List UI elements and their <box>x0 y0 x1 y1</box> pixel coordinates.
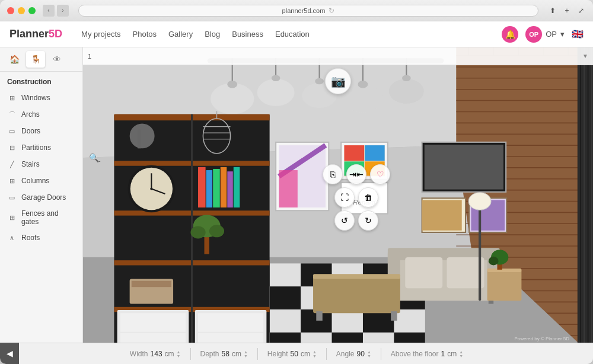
reset-button[interactable]: ↺ <box>334 210 355 231</box>
svg-rect-153 <box>578 47 593 343</box>
svg-rect-123 <box>365 145 385 161</box>
width-spinners[interactable]: ▲ ▼ <box>177 350 181 358</box>
sidebar-tab-furniture[interactable]: 🪑 <box>26 51 45 68</box>
height-spinners[interactable]: ▲ ▼ <box>313 350 317 358</box>
nav-business[interactable]: Business <box>232 30 263 39</box>
width-value: 143 <box>151 350 162 358</box>
svg-rect-143 <box>313 274 400 279</box>
rp-zoom-out-icon[interactable]: 🔍- <box>85 149 103 166</box>
nav-education[interactable]: Education <box>275 30 310 39</box>
divider-2 <box>257 348 258 360</box>
sidebar-label-columns: Columns <box>21 177 49 185</box>
svg-rect-122 <box>344 145 364 161</box>
nav-photos[interactable]: Photos <box>133 30 157 39</box>
svg-point-92 <box>130 123 155 148</box>
archs-icon: ⌒ <box>7 110 17 119</box>
depth-spinners[interactable]: ▲ ▼ <box>244 350 248 358</box>
filter-icon[interactable]: ▼ <box>582 53 588 59</box>
close-button[interactable] <box>7 7 14 14</box>
svg-rect-103 <box>227 171 232 207</box>
scene-container: Renard <box>83 47 593 343</box>
nav-gallery[interactable]: Gallery <box>168 30 193 39</box>
flip-button[interactable]: ⇥⇤ <box>346 164 366 184</box>
svg-point-113 <box>209 225 224 237</box>
height-up-icon[interactable]: ▲ <box>313 350 317 354</box>
angle-value: 90 <box>357 350 365 358</box>
svg-point-112 <box>190 226 205 238</box>
bookmark-icon[interactable]: + <box>562 6 572 15</box>
svg-rect-99 <box>198 167 206 207</box>
svg-rect-110 <box>205 235 209 254</box>
depth-up-icon[interactable]: ▲ <box>244 350 248 354</box>
svg-rect-129 <box>425 145 503 190</box>
sidebar-label-stairs: Stairs <box>21 160 40 168</box>
width-up-icon[interactable]: ▲ <box>177 350 181 354</box>
sidebar-item-garage-doors[interactable]: ▭ Garage Doors <box>0 189 82 206</box>
sidebar-tab-home[interactable]: 🏠 <box>5 51 24 68</box>
forward-button[interactable]: › <box>57 5 69 17</box>
svg-rect-88 <box>120 333 186 343</box>
user-chevron-icon: ▾ <box>560 30 565 39</box>
delete-button[interactable]: 🗑 <box>358 187 378 207</box>
refresh-icon[interactable]: ↻ <box>329 7 334 15</box>
garage-doors-icon: ▭ <box>7 193 17 202</box>
copy-button[interactable]: ⎘ <box>323 164 343 184</box>
divider-4 <box>381 348 381 360</box>
back-button[interactable]: ‹ <box>43 5 55 17</box>
sidebar-label-partitions: Partitions <box>21 143 51 152</box>
svg-point-149 <box>468 193 491 210</box>
sidebar-item-partitions[interactable]: ⊟ Partitions <box>0 139 82 156</box>
layer-number: 1 <box>88 53 91 60</box>
windows-icon: ⊞ <box>7 93 17 103</box>
main-content: 🏠 🪑 👁 Construction ⊞ Windows ⌒ Archs ▭ D… <box>0 47 593 343</box>
width-down-icon[interactable]: ▼ <box>177 354 181 358</box>
height-down-icon[interactable]: ▼ <box>313 354 317 358</box>
favorite-button[interactable]: ♡ <box>370 164 390 184</box>
svg-rect-142 <box>313 276 400 313</box>
maximize-button[interactable] <box>28 7 36 14</box>
sidebar-item-fences[interactable]: ⊞ Fences and gates <box>0 206 82 229</box>
minimize-button[interactable] <box>18 7 25 14</box>
above-floor-down-icon[interactable]: ▼ <box>459 354 463 358</box>
rotate-button[interactable]: ↻ <box>358 210 378 231</box>
app-navbar: Planner 5D My projects Photos Gallery Bl… <box>0 21 593 47</box>
svg-rect-147 <box>487 269 522 272</box>
sidebar-item-stairs[interactable]: ╱ Stairs <box>0 156 82 173</box>
move-button[interactable]: ⛶ <box>334 187 355 207</box>
svg-rect-59 <box>270 333 301 343</box>
statusbar: Width 143 cm ▲ ▼ Depth 58 cm ▲ ▼ H <box>0 343 593 364</box>
nav-links: My projects Photos Gallery Blog Business… <box>81 30 502 39</box>
sidebar-item-doors[interactable]: ▭ Doors <box>0 123 82 139</box>
share-icon[interactable]: ⬆ <box>548 6 557 15</box>
angle-spinners[interactable]: ▲ ▼ <box>367 350 371 358</box>
notification-icon[interactable]: 🔔 <box>502 26 518 43</box>
sidebar-item-columns[interactable]: ⊞ Columns <box>0 173 82 189</box>
depth-down-icon[interactable]: ▼ <box>244 354 248 358</box>
left-arrow-button[interactable]: ◀ <box>0 343 19 364</box>
extend-icon[interactable]: ⤢ <box>576 6 586 15</box>
address-bar[interactable]: planner5d.com ↻ <box>78 5 538 17</box>
above-floor-spinners[interactable]: ▲ ▼ <box>459 350 463 358</box>
above-floor-up-icon[interactable]: ▲ <box>459 350 463 354</box>
sidebar-label-garage-doors: Garage Doors <box>21 193 66 202</box>
nav-my-projects[interactable]: My projects <box>81 30 120 39</box>
angle-up-icon[interactable]: ▲ <box>367 350 371 354</box>
sidebar-tab-view[interactable]: 👁 <box>47 51 66 68</box>
user-menu-button[interactable]: OP OP ▾ <box>525 26 565 43</box>
above-floor-label: Above the floor <box>391 350 439 358</box>
angle-down-icon[interactable]: ▼ <box>367 354 371 358</box>
width-label: Width <box>130 350 148 358</box>
viewport-toolbar: 1 ▼ <box>83 47 593 65</box>
sidebar-item-windows[interactable]: ⊞ Windows <box>0 90 82 106</box>
camera-button[interactable]: 📷 <box>325 68 351 94</box>
nav-blog[interactable]: Blog <box>205 30 220 39</box>
sidebar-item-archs[interactable]: ⌒ Archs <box>0 106 82 123</box>
viewport-3d[interactable]: Renard <box>83 47 593 343</box>
language-flag[interactable]: 🇬🇧 <box>572 28 584 40</box>
fences-icon: ⊞ <box>7 213 17 222</box>
powered-by-text: Powered by © Planner 5D <box>514 336 569 341</box>
height-value: 50 <box>291 350 298 358</box>
sidebar-item-roofs[interactable]: ∧ Roofs <box>0 229 82 246</box>
logo: Planner 5D <box>9 28 62 40</box>
logo-planner-text: Planner <box>9 28 49 40</box>
